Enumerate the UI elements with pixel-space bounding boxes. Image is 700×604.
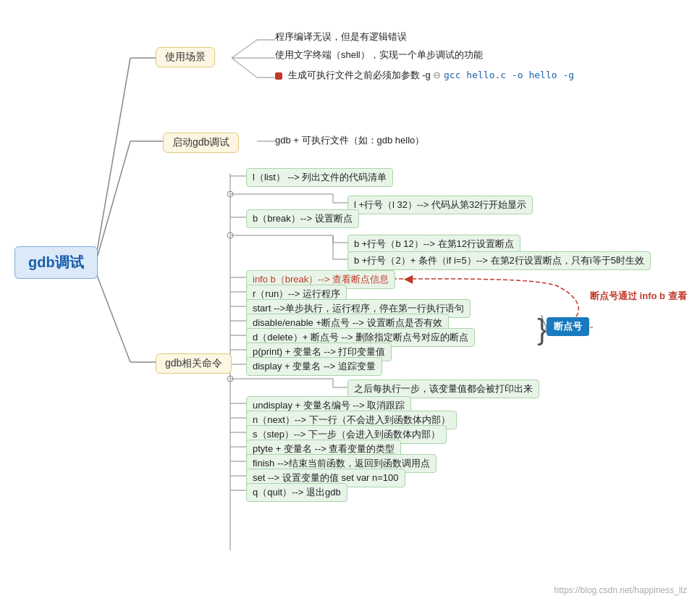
gdb-commands-box: gdb相关命令	[156, 353, 232, 374]
svg-point-34	[227, 376, 233, 382]
svg-line-4	[94, 268, 130, 362]
annotation-view-via: 断点号通过 info b 查看	[590, 290, 687, 301]
svg-point-21	[227, 232, 233, 238]
use-scene-item-2: 使用文字终端（shell），实现一个单步调试的功能	[275, 49, 483, 62]
cmd-l-sub: l +行号（l 32）--> 代码从第32行开始显示	[347, 196, 533, 214]
cmd-q: q（quit）--> 退出gdb	[246, 483, 347, 502]
svg-line-10	[232, 58, 257, 77]
watermark: https://blog.csdn.net/happiness_llz	[554, 585, 687, 595]
breakpoint-badge: 断点号	[547, 317, 589, 336]
use-scene-box: 使用场景	[156, 47, 215, 67]
arrow-left-icon: ◀	[404, 272, 413, 285]
use-scene-label: 使用场景	[156, 47, 215, 67]
start-gdb-item-1: gdb + 可执行文件（如：gdb hello）	[275, 134, 424, 147]
cmd-display: display + 变量名 --> 追踪变量	[246, 357, 382, 376]
use-scene-item-3: 生成可执行文件之前必须加参数 -g ⊖ gcc hello.c -o hello…	[275, 69, 574, 82]
gdb-commands-label: gdb相关命令	[156, 353, 232, 374]
cmd-l: l（list） --> 列出文件的代码清单	[246, 168, 393, 187]
cmd-b-sub2: b +行号（2）+ 条件（if i=5）--> 在第2行设置断点，只有i等于5时…	[347, 251, 651, 270]
breakpoint-label: 断点号	[547, 317, 589, 336]
start-gdb-label: 启动gdb调试	[163, 133, 239, 153]
main-label: gdb调试	[14, 246, 98, 279]
svg-line-2	[94, 141, 130, 268]
cmd-b: b（break）--> 设置断点	[246, 209, 359, 228]
annotation-text: 断点号通过 info b 查看	[590, 290, 687, 303]
svg-line-6	[232, 40, 257, 58]
curly-brace: }	[537, 311, 547, 348]
svg-point-16	[227, 191, 233, 197]
stop-icon	[275, 72, 282, 80]
main-node: gdb调试	[14, 246, 98, 279]
start-gdb-box: 启动gdb调试	[163, 133, 239, 153]
use-scene-item-1: 程序编译无误，但是有逻辑错误	[275, 30, 407, 43]
svg-line-0	[94, 58, 130, 268]
